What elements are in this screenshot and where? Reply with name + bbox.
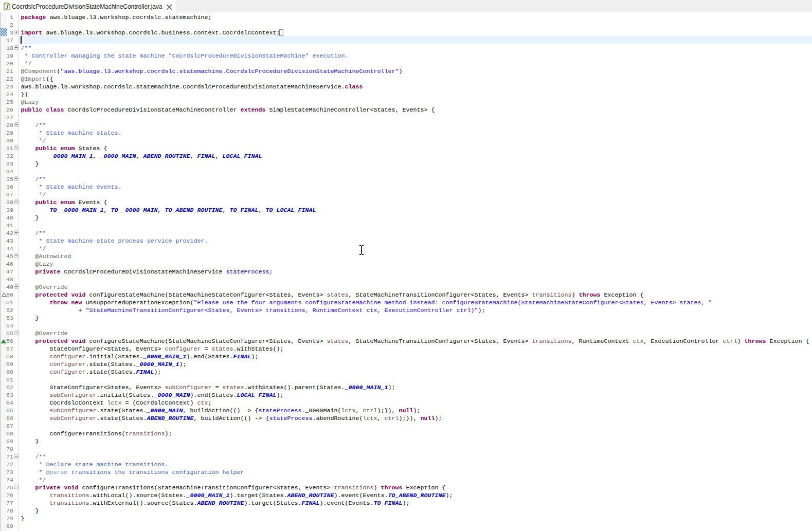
svg-text:J: J — [5, 4, 8, 10]
